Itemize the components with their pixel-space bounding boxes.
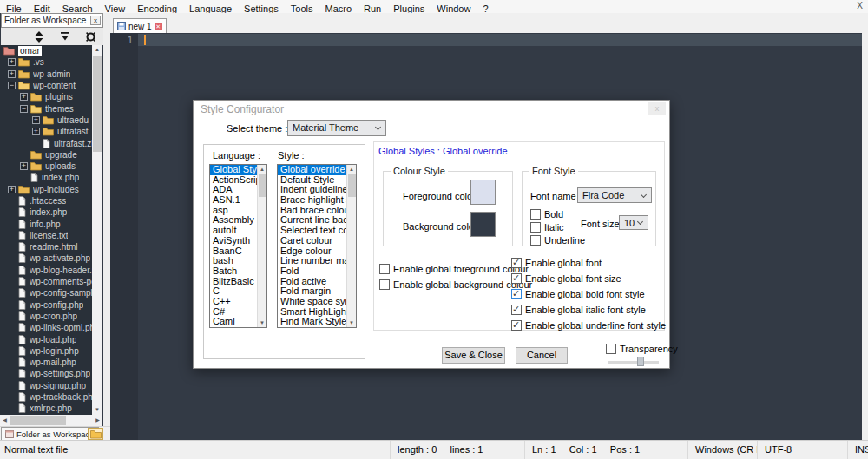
- folder-workspace-tree[interactable]: omar+.vs+wp-admin−wp-content+plugins−the…: [0, 45, 92, 415]
- tab-new-1[interactable]: new 1 ✕: [113, 18, 167, 33]
- expand-toggle-icon[interactable]: +: [32, 128, 40, 135]
- language-option-c[interactable]: C#: [210, 307, 257, 318]
- tree-item-wp-trackback-php[interactable]: wp-trackback.php: [0, 391, 92, 403]
- tree-item-wp-content[interactable]: −wp-content: [0, 80, 92, 91]
- transparency-slider[interactable]: [608, 357, 659, 367]
- checkbox-italic[interactable]: [530, 222, 541, 233]
- tab-close-icon[interactable]: ✕: [155, 23, 162, 30]
- style-option-caret-colour[interactable]: Caret colour: [278, 236, 346, 246]
- tree-item-wp-admin[interactable]: +wp-admin: [0, 69, 92, 80]
- style-option-line-number-margin[interactable]: Line number margin: [278, 256, 346, 266]
- checkbox-underline[interactable]: [530, 235, 541, 246]
- tree-item-wp-config-sample-php[interactable]: wp-config-sample.php: [0, 287, 92, 298]
- tree-item-wp-comments-post-php[interactable]: wp-comments-post.php: [0, 276, 92, 287]
- scroll-left-icon[interactable]: ◀: [0, 415, 10, 426]
- style-option-default-style[interactable]: Default Style: [278, 175, 346, 186]
- collapse-toggle-icon[interactable]: −: [8, 82, 16, 89]
- style-option-indent-guideline-style[interactable]: Indent guideline style: [278, 185, 346, 195]
- scroll-right-icon[interactable]: ▶: [93, 415, 102, 426]
- theme-select[interactable]: Material Theme: [287, 120, 386, 136]
- checkbox-enable-global-background-colour[interactable]: [379, 279, 390, 290]
- tree-item-license-txt[interactable]: license.txt: [0, 230, 92, 241]
- scrollbar-thumb[interactable]: [348, 174, 356, 197]
- checkbox-bold[interactable]: [530, 209, 541, 220]
- language-listbox[interactable]: Global StylesActionScriptADAASN.1aspAsse…: [209, 164, 267, 328]
- style-option-fold-margin[interactable]: Fold margin: [278, 286, 346, 297]
- expand-toggle-icon[interactable]: +: [32, 116, 40, 124]
- tree-item-wp-signup-php[interactable]: wp-signup.php: [0, 380, 92, 391]
- language-option-baanc[interactable]: BaanC: [210, 246, 257, 257]
- background-colour-swatch[interactable]: [470, 212, 496, 237]
- scroll-down-icon[interactable]: ▼: [258, 318, 266, 327]
- tree-hscrollbar-thumb[interactable]: [10, 416, 66, 425]
- font-name-select[interactable]: Fira Code: [577, 187, 652, 203]
- collapse-toggle-icon[interactable]: −: [20, 105, 28, 113]
- tree-item-vs[interactable]: +.vs: [0, 56, 92, 68]
- expand-toggle-icon[interactable]: +: [8, 186, 16, 193]
- language-option-asp[interactable]: asp: [210, 206, 257, 216]
- language-option-ada[interactable]: ADA: [210, 185, 257, 195]
- tree-item-themes[interactable]: −themes: [0, 102, 92, 114]
- language-option-global-styles[interactable]: Global Styles: [210, 165, 257, 175]
- tree-item-wp-activate-php[interactable]: wp-activate.php: [0, 252, 92, 264]
- tree-vertical-scrollbar[interactable]: ▲ ▼: [92, 45, 102, 415]
- language-option-assembly[interactable]: Assembly: [210, 215, 257, 226]
- folder-workspace-bottom-tab[interactable]: Folder as Workspace: [1, 427, 99, 440]
- tree-item-ultrafast[interactable]: +ultrafast: [0, 126, 92, 137]
- style-list-scrollbar[interactable]: ▲ ▼: [346, 165, 356, 327]
- collapse-all-icon[interactable]: [58, 30, 72, 43]
- panel-close-button[interactable]: x: [90, 16, 101, 25]
- checkbox-enable-global-italic-font-style[interactable]: [511, 305, 522, 315]
- checkbox-enable-global-underline-font-style[interactable]: [511, 320, 522, 331]
- language-option-avisynth[interactable]: AviSynth: [210, 236, 257, 246]
- style-option-edge-colour[interactable]: Edge colour: [278, 246, 346, 257]
- tree-scrollbar-thumb[interactable]: [93, 56, 102, 152]
- scroll-up-icon[interactable]: ▲: [347, 165, 356, 174]
- line-number-margin[interactable]: 1: [110, 33, 138, 440]
- tree-item-wp-mail-php[interactable]: wp-mail.php: [0, 357, 92, 368]
- slider-thumb[interactable]: [637, 357, 644, 366]
- expand-toggle-icon[interactable]: +: [20, 93, 28, 101]
- tree-item-index-php[interactable]: index.php: [0, 207, 92, 218]
- language-list-scrollbar[interactable]: ▲ ▼: [257, 165, 266, 327]
- language-option-c[interactable]: C: [210, 286, 257, 297]
- language-option-caml[interactable]: Caml: [210, 317, 257, 327]
- tree-item-wp-settings-php[interactable]: wp-settings.php: [0, 368, 92, 379]
- tree-item-uploads[interactable]: +uploads: [0, 161, 92, 172]
- style-option-fold[interactable]: Fold: [278, 266, 346, 277]
- dialog-close-button[interactable]: x: [648, 102, 666, 115]
- tree-item-readme-html[interactable]: readme.html: [0, 241, 92, 252]
- tree-item-index-php[interactable]: index.php: [0, 172, 92, 183]
- tree-item-ultrafast-zip[interactable]: ultrafast.zip: [0, 137, 92, 148]
- panel-splitter[interactable]: [103, 13, 110, 440]
- tree-item-xmlrpc-php[interactable]: xmlrpc.php: [0, 403, 92, 414]
- expand-toggle-icon[interactable]: +: [20, 162, 28, 170]
- scroll-down-icon[interactable]: ▼: [92, 405, 102, 415]
- style-option-find-mark-style[interactable]: Find Mark Style: [278, 317, 346, 327]
- save-close-button[interactable]: Save & Close: [442, 347, 505, 364]
- language-option-bash[interactable]: bash: [210, 256, 257, 266]
- tree-item-wp-blog-header-php[interactable]: wp-blog-header.php: [0, 265, 92, 276]
- tree-item-wp-includes[interactable]: +wp-includes: [0, 184, 92, 195]
- editor-vertical-scrollbar[interactable]: [862, 33, 868, 440]
- scrollbar-thumb[interactable]: [259, 174, 266, 197]
- language-option-blitzbasic[interactable]: BlitzBasic: [210, 277, 257, 287]
- tree-item-omar[interactable]: omar: [0, 45, 92, 56]
- checkbox-enable-global-font-size[interactable]: [511, 273, 522, 284]
- tree-item-ultraedu[interactable]: +ultraedu: [0, 115, 92, 126]
- tree-item-wp-config-php[interactable]: wp-config.php: [0, 299, 92, 311]
- style-option-global-override[interactable]: Global override: [278, 165, 346, 175]
- tree-item-info-php[interactable]: info.php: [0, 218, 92, 229]
- cancel-button[interactable]: Cancel: [516, 347, 568, 364]
- tree-item-wp-cron-php[interactable]: wp-cron.php: [0, 311, 92, 322]
- language-option-c[interactable]: C++: [210, 297, 257, 307]
- tree-item-wp-load-php[interactable]: wp-load.php: [0, 333, 92, 344]
- style-option-white-space-symbol[interactable]: White space symbol: [278, 297, 346, 307]
- checkbox-enable-global-bold-font-style[interactable]: [511, 289, 522, 299]
- tree-horizontal-scrollbar[interactable]: ◀ ▶: [0, 415, 102, 426]
- language-option-autoit[interactable]: autoIt: [210, 226, 257, 236]
- language-option-actionscript[interactable]: ActionScript: [210, 175, 257, 186]
- checkbox-transparency[interactable]: [606, 344, 616, 354]
- checkbox-enable-global-font[interactable]: [511, 258, 522, 268]
- language-option-asn-1[interactable]: ASN.1: [210, 195, 257, 206]
